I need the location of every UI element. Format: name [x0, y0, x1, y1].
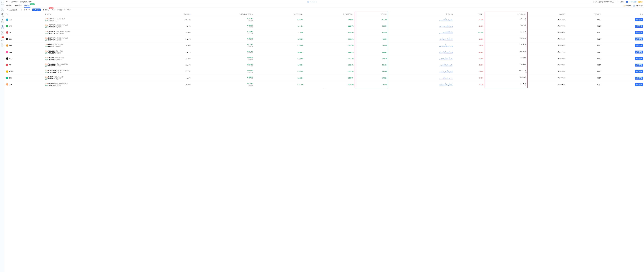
currency-dropdown[interactable]: USD▾: [620, 1, 624, 3]
cell-capital: USDT: [566, 16, 602, 23]
account-menu[interactable]: AICoin研究院 👑VIP: [626, 1, 643, 3]
cell-capital: USDT: [566, 49, 602, 55]
cell-action: 立即套利: [602, 36, 644, 42]
coin-cell[interactable]: YFII: [6, 31, 43, 34]
arb-now-button[interactable]: 立即套利: [635, 77, 643, 80]
cell-cum7: 1.1266%: [304, 23, 354, 29]
chevron-down-icon: ▾: [624, 1, 624, 3]
sidebar-item-label: Web3: [1, 16, 4, 17]
coin-symbol: BCH: [9, 77, 12, 79]
global-search[interactable]: [594, 1, 615, 3]
arb-now-button[interactable]: 立即套利: [635, 51, 643, 54]
cell-apr: 68.47%: [156, 68, 192, 75]
sidebar-item-arb[interactable]: 套利: [1, 25, 4, 29]
popout-icon[interactable]: [6, 1, 8, 3]
cell-capital: USDT: [566, 68, 602, 75]
coin-symbol: CVC: [9, 25, 12, 27]
sidebar-item-flash[interactable]: 快讯: [1, 19, 4, 23]
arb-now-button[interactable]: 立即套利: [635, 70, 643, 73]
search-icon: [594, 1, 596, 3]
cell-cum3: 0.3272%: [254, 81, 304, 88]
arb-now-button[interactable]: 立即套利: [635, 57, 643, 60]
tab-费率机会[interactable]: 费率机会年68%: [24, 4, 30, 8]
coin-cell[interactable]: SLP: [6, 83, 43, 86]
sidebar-item-label: 更多: [1, 45, 4, 47]
rate-combo: 卖出 CVC/USDT欧易OKX USDT永续买入 CVC/USDT欧易OKX: [45, 24, 155, 28]
col-header-settle[interactable]: 距离结算▲▼: [528, 12, 566, 16]
sidebar-item-more[interactable]: 更多: [1, 43, 4, 47]
global-search-input[interactable]: [596, 1, 614, 3]
col-header-cum7[interactable]: 近7日累计费率▲▼: [304, 12, 354, 16]
sort-icon: ▲▼: [600, 14, 601, 15]
platform-dropdown[interactable]: 平台 ▾: [52, 9, 55, 11]
arb-now-button[interactable]: 立即套利: [635, 83, 643, 86]
col-header-apr[interactable]: 当前年化▲▼: [156, 12, 192, 16]
chip-auto-earn[interactable]: 自动赚币: [23, 9, 31, 11]
coin-cell[interactable]: CRV: [6, 44, 43, 47]
chip-forward-arb[interactable]: 正向套利: [32, 9, 40, 11]
col-header-cum3[interactable]: 近3日累计费率▲▼: [254, 12, 304, 16]
coin-cell[interactable]: TON: [6, 19, 43, 21]
notice-dot-icon: [10, 2, 10, 2]
cell-apr7: 52.42%: [355, 62, 388, 68]
arb-now-button[interactable]: 立即套利: [635, 64, 643, 67]
vip-badge: 👑VIP: [638, 1, 643, 3]
cell-apr7: 198.46%: [355, 29, 388, 36]
resize-handle[interactable]: [5, 88, 644, 89]
svg-point-1: [2, 25, 2, 26]
sparkline: [439, 44, 453, 47]
watermark: AICoin: [33, 1, 592, 3]
top-notice[interactable]: 无需申请API，管理您的OKX账户: [10, 1, 32, 3]
svg-rect-7: [2, 44, 3, 45]
rate-combo: 卖出 XCH/USDT欧易OKX USDT永续买入 XCH/USDT欧易OKX: [45, 37, 155, 41]
cell-apr: 92.80%: [156, 29, 192, 36]
capital-dropdown[interactable]: 投入本金 ▾: [64, 9, 71, 11]
cell-cum7: 0.3378%: [304, 75, 354, 81]
tab-套利组合[interactable]: 套利组合: [6, 4, 12, 8]
cell-hold: 42.083万--: [484, 55, 528, 62]
coin-cell[interactable]: BCH: [6, 77, 43, 79]
sidebar-item-home[interactable]: 首页: [1, 1, 4, 5]
sidebar-item-wallet[interactable]: 资产: [1, 31, 4, 35]
sidebar-item-chat[interactable]: 群聊99+: [1, 37, 4, 41]
coin-icon: [6, 51, 8, 53]
tab-价差机会[interactable]: 价差机会: [15, 4, 22, 8]
cell-rate: 0.0591%0.0248%: [192, 75, 254, 81]
table-scroll[interactable]: 币种费率组合当前年化▲▼当前费率(预测费率)▲▼近3日累计费率▲▼近7日累计费率…: [5, 12, 644, 272]
coin-filter-input[interactable]: [9, 9, 20, 11]
col-header-hold[interactable]: 持仓价值($)▲▼: [484, 12, 528, 16]
sort-icon: ▲▼: [386, 14, 387, 15]
chip-reverse-arb[interactable]: 反向套利 高年化: [42, 9, 50, 11]
col-header-capital[interactable]: 投入本金▲▼: [566, 12, 602, 16]
arb-now-button[interactable]: 立即套利: [635, 44, 643, 47]
cell-apr7: 31.41%: [355, 42, 388, 49]
coin-filter-search[interactable]: [6, 9, 22, 11]
col-header-apr7[interactable]: 7日年化▲▼: [355, 12, 388, 16]
arb-now-button[interactable]: 立即套利: [635, 18, 643, 21]
sidebar-item-chart[interactable]: 行情: [1, 7, 4, 11]
arb-now-button[interactable]: 立即套利: [635, 31, 643, 34]
bell-icon[interactable]: [617, 1, 619, 3]
col-header-label: 当前年化: [184, 14, 190, 15]
rate-combo: 卖出 YFII/USDT欧易OKX USDT永续买入 YFII/USDT欧易OK…: [45, 63, 155, 67]
link-套利俱乐部[interactable]: ▸套利俱乐部: [633, 5, 643, 7]
cell-cum7: 0.9082%: [304, 68, 354, 75]
rate-combo: 卖出 MEME/USDT欧易OKX USDT永续买入 MEME/USDT欧易OK…: [45, 70, 155, 73]
coin-cell[interactable]: MEME: [6, 70, 43, 73]
cell-action: 立即套利: [602, 68, 644, 75]
col-header-spread[interactable]: 价差率▲▼: [454, 12, 484, 16]
coin-cell[interactable]: UNI: [6, 51, 43, 53]
cell-cum7: 0.6024%: [304, 42, 354, 49]
coin-cell[interactable]: XCH: [6, 38, 43, 40]
coin-cell[interactable]: CVC: [6, 25, 43, 27]
link-套利教程[interactable]: ▸套利教程: [624, 5, 632, 7]
col-header-rate[interactable]: 当前费率(预测费率)▲▼: [192, 12, 254, 16]
logo-icon: [626, 1, 628, 3]
coin-cell[interactable]: YFII: [6, 64, 43, 66]
coin-cell[interactable]: ALGO: [6, 57, 43, 60]
arb-now-button[interactable]: 立即套利: [635, 38, 643, 41]
sidebar-item-web3[interactable]: Web3: [1, 13, 4, 17]
contract-type-dropdown[interactable]: 合约类型 ▾: [56, 9, 63, 11]
svg-rect-6: [2, 44, 2, 45]
arb-now-button[interactable]: 立即套利: [635, 25, 643, 28]
